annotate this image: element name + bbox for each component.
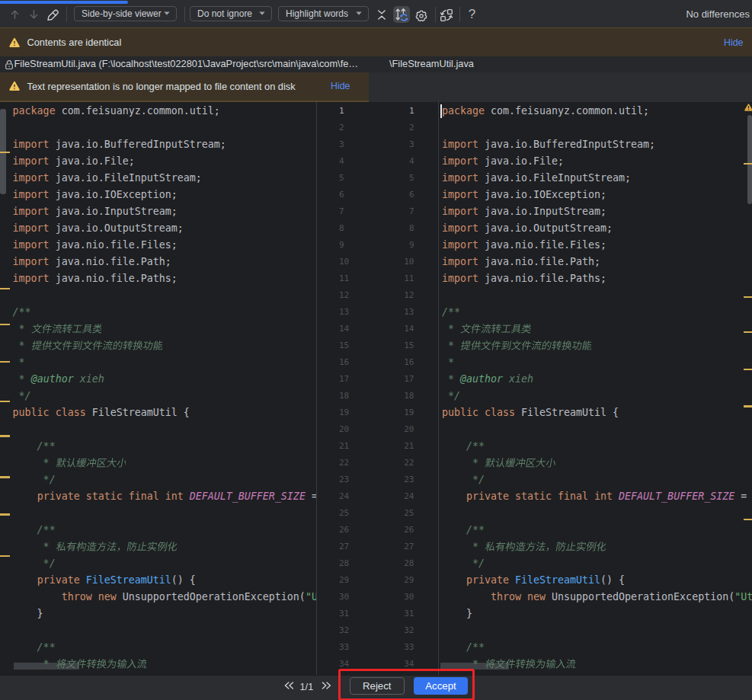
warning-stripe-mark: [0, 324, 10, 326]
line-number: 12: [404, 287, 414, 304]
first-difference-icon[interactable]: [284, 682, 294, 689]
toolbar-separator: [435, 7, 436, 22]
line-number: 14: [339, 321, 349, 337]
progress-bar: [0, 1, 128, 5]
line-number: 18: [404, 388, 414, 404]
chevron-down-icon: [356, 11, 362, 15]
ignore-policy-dropdown[interactable]: Do not ignore: [190, 6, 272, 22]
warning-stripe-mark: [744, 369, 752, 371]
toolbar-separator: [459, 7, 460, 22]
line-number: 2: [409, 120, 414, 136]
code-line: }: [13, 606, 43, 622]
code-line: */: [13, 555, 56, 572]
code-line: * @author xieh: [13, 371, 104, 388]
annotation-highlight-box: [338, 669, 475, 700]
code-line: import java.io.BufferedInputStream;: [13, 136, 226, 153]
highlight-policy-dropdown[interactable]: Highlight words: [278, 6, 369, 22]
code-line: /**: [13, 639, 56, 656]
line-number: 7: [409, 203, 414, 220]
text-representation-banner: Text representation is no longer mapped …: [0, 72, 369, 103]
code-line: private FileStreamUtil() {: [13, 572, 196, 589]
synchronize-scrolling-toggle[interactable]: [393, 6, 410, 23]
line-number: 30: [339, 589, 349, 606]
code-line: import java.nio.file.Files;: [13, 237, 178, 254]
warning-stripe-mark: [744, 296, 752, 299]
warning-stripe-mark: [744, 163, 752, 165]
code-line: /**: [13, 522, 56, 539]
code-line: import java.nio.file.Path;: [442, 254, 600, 270]
swap-sides-icon[interactable]: [439, 8, 454, 22]
line-number: 11: [404, 270, 414, 287]
code-line: */: [442, 471, 485, 488]
hide-link[interactable]: Hide: [724, 37, 743, 48]
code-line: */: [442, 388, 460, 404]
code-line: *: [442, 455, 555, 471]
code-line: */: [442, 555, 485, 572]
code-line: /**: [13, 304, 31, 321]
diff-viewer-window: Side-by-side viewer Do not ignore Highli…: [0, 0, 752, 700]
code-line: *: [442, 354, 454, 371]
line-number: 22: [339, 455, 349, 471]
code-line: public class FileStreamUtil {: [13, 404, 190, 421]
warning-icon: [9, 37, 20, 48]
line-number: 21: [339, 438, 349, 455]
line-number: 9: [409, 237, 414, 254]
right-editor-pane[interactable]: package com.feisuanyz.common.util;import…: [440, 102, 752, 675]
next-difference-icon[interactable]: [28, 8, 39, 21]
line-number: 12: [339, 287, 349, 304]
code-line: private static final int DEFAULT_BUFFER_…: [442, 488, 752, 505]
code-line: *: [13, 455, 126, 471]
chevron-down-icon: [164, 11, 170, 15]
line-number: 6: [409, 187, 414, 203]
line-number: 25: [339, 505, 349, 522]
settings-gear-icon[interactable]: [415, 10, 427, 23]
code-line: import java.io.File;: [13, 153, 135, 170]
help-icon[interactable]: ?: [466, 5, 478, 24]
line-number: 20: [339, 421, 349, 438]
toolbar-separator: [66, 7, 67, 22]
code-line: *: [13, 321, 102, 337]
code-line: package com.feisuanyz.common.util;: [442, 103, 649, 120]
status-text: No differences: [686, 8, 750, 20]
line-number: 15: [404, 337, 414, 354]
line-number: 3: [339, 136, 344, 153]
code-line: import java.nio.file.Paths;: [442, 270, 606, 287]
code-line: import java.io.FileInputStream;: [13, 170, 202, 187]
warning-stripe-mark: [744, 519, 752, 521]
warning-stripe-mark: [0, 435, 10, 437]
line-number: 7: [339, 203, 344, 220]
line-number: 31: [339, 606, 349, 622]
line-number: 19: [339, 404, 349, 421]
line-number: 28: [404, 555, 414, 572]
inspections-warning-icon[interactable]: [744, 103, 752, 112]
right-scrollbar-thumb[interactable]: [747, 115, 752, 204]
viewer-type-label: Side-by-side viewer: [82, 8, 162, 19]
banner-message: Text representation is no longer mapped …: [27, 81, 296, 92]
line-number: 17: [339, 371, 349, 388]
line-number: 27: [339, 539, 349, 555]
code-line: private static final int DEFAULT_BUFFER_…: [13, 488, 316, 505]
line-number: 3: [409, 136, 414, 153]
code-line: /**: [442, 522, 485, 539]
line-number: 11: [339, 270, 349, 287]
edit-icon[interactable]: [44, 7, 59, 22]
code-line: public class FileStreamUtil {: [442, 404, 619, 421]
line-number: 13: [404, 304, 414, 321]
viewer-type-dropdown[interactable]: Side-by-side viewer: [74, 6, 177, 22]
line-number: 30: [404, 589, 414, 606]
line-number: 16: [404, 354, 414, 371]
code-line: *: [13, 354, 25, 371]
previous-difference-icon[interactable]: [9, 8, 20, 21]
line-number: 20: [404, 421, 414, 438]
left-editor-pane[interactable]: package com.feisuanyz.common.util;import…: [0, 102, 316, 675]
line-number: 21: [404, 438, 414, 455]
hide-link[interactable]: Hide: [331, 81, 350, 91]
collapse-unchanged-icon[interactable]: [376, 9, 386, 21]
line-number: 24: [404, 488, 414, 505]
gutter-separator: [438, 102, 439, 675]
line-number: 28: [339, 555, 349, 572]
code-line: /**: [442, 639, 485, 656]
line-number: 5: [339, 170, 344, 187]
last-difference-icon[interactable]: [322, 682, 331, 689]
line-number: 32: [339, 622, 349, 639]
